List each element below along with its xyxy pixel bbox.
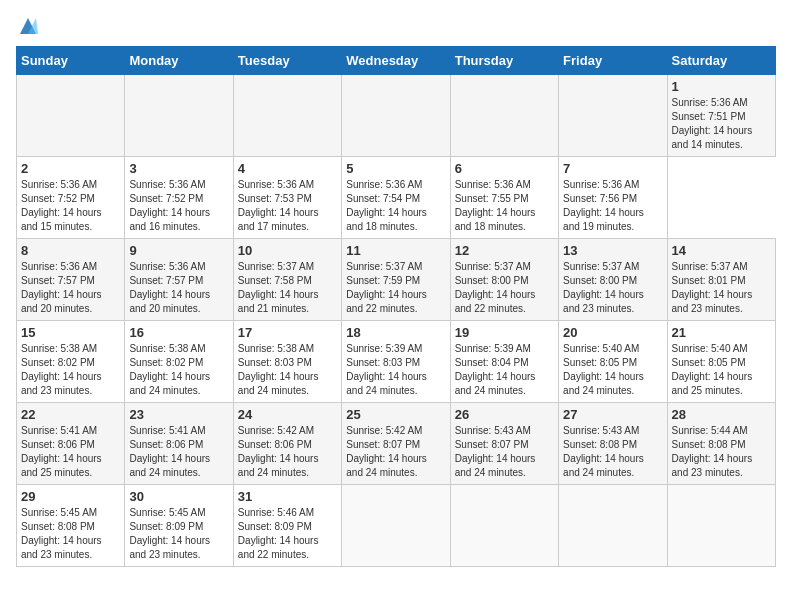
header-cell-thursday: Thursday (450, 47, 558, 75)
logo (16, 16, 38, 36)
day-info: Sunrise: 5:40 AM Sunset: 8:05 PM Dayligh… (563, 342, 662, 398)
day-info: Sunrise: 5:39 AM Sunset: 8:04 PM Dayligh… (455, 342, 554, 398)
day-number: 8 (21, 243, 120, 258)
day-info: Sunrise: 5:45 AM Sunset: 8:08 PM Dayligh… (21, 506, 120, 562)
header-cell-sunday: Sunday (17, 47, 125, 75)
empty-cell (125, 75, 233, 157)
day-info: Sunrise: 5:41 AM Sunset: 8:06 PM Dayligh… (129, 424, 228, 480)
day-info: Sunrise: 5:38 AM Sunset: 8:02 PM Dayligh… (129, 342, 228, 398)
day-cell-29: 29Sunrise: 5:45 AM Sunset: 8:08 PM Dayli… (17, 485, 125, 567)
logo-icon (18, 16, 38, 36)
day-info: Sunrise: 5:36 AM Sunset: 7:53 PM Dayligh… (238, 178, 337, 234)
day-info: Sunrise: 5:46 AM Sunset: 8:09 PM Dayligh… (238, 506, 337, 562)
empty-cell (450, 75, 558, 157)
day-number: 11 (346, 243, 445, 258)
day-info: Sunrise: 5:37 AM Sunset: 8:00 PM Dayligh… (563, 260, 662, 316)
day-info: Sunrise: 5:43 AM Sunset: 8:08 PM Dayligh… (563, 424, 662, 480)
header-cell-monday: Monday (125, 47, 233, 75)
day-info: Sunrise: 5:38 AM Sunset: 8:03 PM Dayligh… (238, 342, 337, 398)
day-number: 21 (672, 325, 771, 340)
day-info: Sunrise: 5:36 AM Sunset: 7:56 PM Dayligh… (563, 178, 662, 234)
day-number: 6 (455, 161, 554, 176)
week-row-1: 2Sunrise: 5:36 AM Sunset: 7:52 PM Daylig… (17, 157, 776, 239)
day-number: 26 (455, 407, 554, 422)
day-cell-2: 2Sunrise: 5:36 AM Sunset: 7:52 PM Daylig… (17, 157, 125, 239)
day-number: 27 (563, 407, 662, 422)
empty-cell (342, 485, 450, 567)
day-number: 15 (21, 325, 120, 340)
day-cell-30: 30Sunrise: 5:45 AM Sunset: 8:09 PM Dayli… (125, 485, 233, 567)
day-info: Sunrise: 5:36 AM Sunset: 7:57 PM Dayligh… (21, 260, 120, 316)
week-row-0: 1Sunrise: 5:36 AM Sunset: 7:51 PM Daylig… (17, 75, 776, 157)
day-info: Sunrise: 5:44 AM Sunset: 8:08 PM Dayligh… (672, 424, 771, 480)
day-number: 31 (238, 489, 337, 504)
day-number: 20 (563, 325, 662, 340)
day-cell-13: 13Sunrise: 5:37 AM Sunset: 8:00 PM Dayli… (559, 239, 667, 321)
day-number: 23 (129, 407, 228, 422)
day-info: Sunrise: 5:42 AM Sunset: 8:07 PM Dayligh… (346, 424, 445, 480)
day-cell-17: 17Sunrise: 5:38 AM Sunset: 8:03 PM Dayli… (233, 321, 341, 403)
day-cell-14: 14Sunrise: 5:37 AM Sunset: 8:01 PM Dayli… (667, 239, 775, 321)
header (16, 16, 776, 36)
day-info: Sunrise: 5:37 AM Sunset: 7:58 PM Dayligh… (238, 260, 337, 316)
day-info: Sunrise: 5:36 AM Sunset: 7:52 PM Dayligh… (129, 178, 228, 234)
day-cell-6: 6Sunrise: 5:36 AM Sunset: 7:55 PM Daylig… (450, 157, 558, 239)
day-number: 17 (238, 325, 337, 340)
day-cell-4: 4Sunrise: 5:36 AM Sunset: 7:53 PM Daylig… (233, 157, 341, 239)
day-info: Sunrise: 5:37 AM Sunset: 7:59 PM Dayligh… (346, 260, 445, 316)
day-number: 28 (672, 407, 771, 422)
day-cell-5: 5Sunrise: 5:36 AM Sunset: 7:54 PM Daylig… (342, 157, 450, 239)
day-cell-31: 31Sunrise: 5:46 AM Sunset: 8:09 PM Dayli… (233, 485, 341, 567)
day-number: 4 (238, 161, 337, 176)
day-info: Sunrise: 5:36 AM Sunset: 7:52 PM Dayligh… (21, 178, 120, 234)
day-cell-7: 7Sunrise: 5:36 AM Sunset: 7:56 PM Daylig… (559, 157, 667, 239)
day-number: 30 (129, 489, 228, 504)
day-number: 10 (238, 243, 337, 258)
empty-cell (450, 485, 558, 567)
day-number: 7 (563, 161, 662, 176)
empty-cell (342, 75, 450, 157)
header-row: SundayMondayTuesdayWednesdayThursdayFrid… (17, 47, 776, 75)
day-info: Sunrise: 5:39 AM Sunset: 8:03 PM Dayligh… (346, 342, 445, 398)
day-info: Sunrise: 5:36 AM Sunset: 7:57 PM Dayligh… (129, 260, 228, 316)
calendar-table: SundayMondayTuesdayWednesdayThursdayFrid… (16, 46, 776, 567)
day-cell-26: 26Sunrise: 5:43 AM Sunset: 8:07 PM Dayli… (450, 403, 558, 485)
day-number: 5 (346, 161, 445, 176)
day-info: Sunrise: 5:37 AM Sunset: 8:00 PM Dayligh… (455, 260, 554, 316)
day-cell-19: 19Sunrise: 5:39 AM Sunset: 8:04 PM Dayli… (450, 321, 558, 403)
header-cell-tuesday: Tuesday (233, 47, 341, 75)
day-number: 18 (346, 325, 445, 340)
day-info: Sunrise: 5:38 AM Sunset: 8:02 PM Dayligh… (21, 342, 120, 398)
day-number: 29 (21, 489, 120, 504)
day-cell-9: 9Sunrise: 5:36 AM Sunset: 7:57 PM Daylig… (125, 239, 233, 321)
day-cell-12: 12Sunrise: 5:37 AM Sunset: 8:00 PM Dayli… (450, 239, 558, 321)
day-cell-18: 18Sunrise: 5:39 AM Sunset: 8:03 PM Dayli… (342, 321, 450, 403)
day-info: Sunrise: 5:36 AM Sunset: 7:51 PM Dayligh… (672, 96, 771, 152)
day-number: 1 (672, 79, 771, 94)
header-cell-friday: Friday (559, 47, 667, 75)
day-number: 13 (563, 243, 662, 258)
day-cell-28: 28Sunrise: 5:44 AM Sunset: 8:08 PM Dayli… (667, 403, 775, 485)
empty-cell (667, 485, 775, 567)
day-cell-11: 11Sunrise: 5:37 AM Sunset: 7:59 PM Dayli… (342, 239, 450, 321)
day-cell-3: 3Sunrise: 5:36 AM Sunset: 7:52 PM Daylig… (125, 157, 233, 239)
day-info: Sunrise: 5:40 AM Sunset: 8:05 PM Dayligh… (672, 342, 771, 398)
day-cell-1: 1Sunrise: 5:36 AM Sunset: 7:51 PM Daylig… (667, 75, 775, 157)
day-info: Sunrise: 5:36 AM Sunset: 7:55 PM Dayligh… (455, 178, 554, 234)
day-number: 19 (455, 325, 554, 340)
day-cell-21: 21Sunrise: 5:40 AM Sunset: 8:05 PM Dayli… (667, 321, 775, 403)
day-number: 2 (21, 161, 120, 176)
week-row-2: 8Sunrise: 5:36 AM Sunset: 7:57 PM Daylig… (17, 239, 776, 321)
week-row-3: 15Sunrise: 5:38 AM Sunset: 8:02 PM Dayli… (17, 321, 776, 403)
day-info: Sunrise: 5:45 AM Sunset: 8:09 PM Dayligh… (129, 506, 228, 562)
empty-cell (559, 485, 667, 567)
day-cell-15: 15Sunrise: 5:38 AM Sunset: 8:02 PM Dayli… (17, 321, 125, 403)
day-info: Sunrise: 5:41 AM Sunset: 8:06 PM Dayligh… (21, 424, 120, 480)
day-number: 25 (346, 407, 445, 422)
day-cell-24: 24Sunrise: 5:42 AM Sunset: 8:06 PM Dayli… (233, 403, 341, 485)
week-row-5: 29Sunrise: 5:45 AM Sunset: 8:08 PM Dayli… (17, 485, 776, 567)
empty-cell (17, 75, 125, 157)
header-cell-saturday: Saturday (667, 47, 775, 75)
day-info: Sunrise: 5:37 AM Sunset: 8:01 PM Dayligh… (672, 260, 771, 316)
day-cell-8: 8Sunrise: 5:36 AM Sunset: 7:57 PM Daylig… (17, 239, 125, 321)
